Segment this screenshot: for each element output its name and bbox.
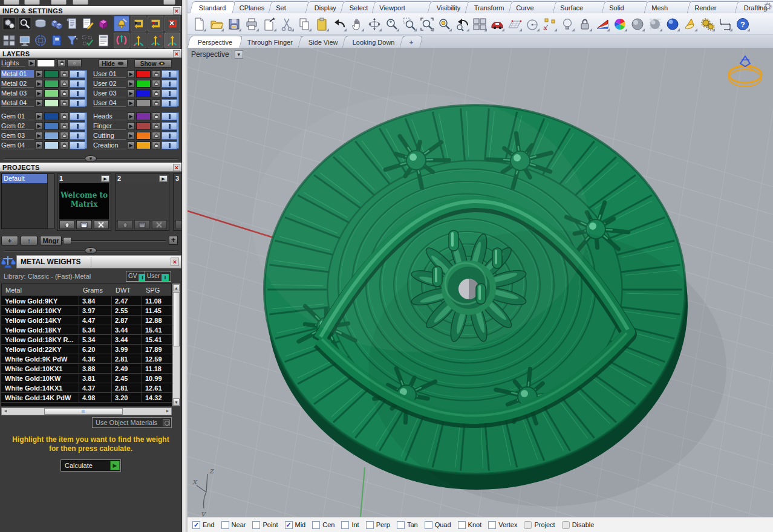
viewport-layout-icon[interactable]: [471, 15, 488, 33]
scrollbar-thumb[interactable]: [173, 292, 180, 346]
material-wedge-icon[interactable]: [593, 15, 611, 33]
menu-tab-curve-tools[interactable]: Curve Tools: [508, 1, 558, 13]
checkbox[interactable]: [488, 521, 496, 529]
clipped-button[interactable]: [24, 0, 40, 5]
layer-current-button[interactable]: [161, 70, 177, 78]
layer-expand-icon[interactable]: ▶: [127, 141, 135, 149]
overflow-chevron-icon[interactable]: »: [758, 3, 762, 10]
close-icon[interactable]: ×: [173, 7, 180, 15]
layer-expand-icon[interactable]: ▶: [127, 80, 135, 88]
layer-name[interactable]: Metal 03: [1, 89, 34, 97]
menu-tab-standard[interactable]: Standard: [190, 1, 236, 13]
layer-expand-icon[interactable]: ▶: [35, 141, 43, 149]
layer-color-swatch[interactable]: [136, 132, 151, 140]
lock-icon[interactable]: [60, 132, 68, 140]
slot-save-icon[interactable]: [76, 220, 91, 229]
layer-name[interactable]: Finger: [93, 122, 126, 130]
color-wheel-icon[interactable]: [611, 15, 628, 33]
layer-name[interactable]: Gem 03: [1, 132, 34, 140]
layer-color-swatch[interactable]: [44, 141, 59, 149]
options-gears-icon[interactable]: [1, 16, 17, 31]
layer-expand-icon[interactable]: ▶: [127, 99, 135, 107]
calculate-button[interactable]: Calculate ▶: [60, 459, 121, 472]
table-row[interactable]: Yellow Gold:18KY R... 5.34 3.44 15.41: [1, 335, 172, 345]
layer-current-button[interactable]: [161, 80, 177, 88]
zoom-selected-icon[interactable]: [435, 15, 453, 33]
slot-thumbnail[interactable]: Welcome toMatrix: [59, 183, 109, 219]
lock-icon[interactable]: [60, 99, 68, 107]
lock-icon[interactable]: [60, 80, 68, 88]
save-icon[interactable]: [225, 15, 243, 33]
viewport-tab-perspective[interactable]: Perspective: [188, 36, 243, 48]
lock-icon[interactable]: [152, 112, 160, 120]
viewport-tab-through-finger[interactable]: Through Finger: [237, 36, 304, 48]
gumball-teal-icon[interactable]: [131, 33, 146, 48]
viewport-name[interactable]: Perspective: [191, 50, 229, 59]
collapse-arrow-icon[interactable]: ▼: [85, 247, 97, 254]
table-row[interactable]: Yellow Gold:22KY 6.20 3.99 17.89: [1, 345, 172, 354]
menu-tab-solid-tools[interactable]: Solid Tools: [602, 1, 649, 13]
clipped-button[interactable]: [51, 0, 67, 5]
layer-expand-icon[interactable]: ▶: [35, 132, 43, 140]
layer-current-button[interactable]: [70, 132, 85, 140]
wire-sphere-icon[interactable]: [33, 33, 48, 48]
layer-expand-icon[interactable]: ▶: [127, 122, 135, 130]
layer-current-button[interactable]: [70, 141, 85, 149]
project-slot[interactable]: 2 ▶: [115, 174, 169, 231]
layer-name[interactable]: User 03: [93, 89, 126, 97]
table-row[interactable]: White Gold:10KW 3.81 2.45 10.99: [1, 374, 172, 383]
use-object-materials-button[interactable]: Use Object Materials: [92, 417, 172, 428]
table-rows[interactable]: Yellow Gold:9KY 3.84 2.47 11.08 Yellow G…: [1, 296, 172, 406]
layer-expand-icon[interactable]: ▶: [35, 112, 43, 120]
lock-icon[interactable]: [576, 15, 593, 33]
layer-expand-icon[interactable]: ▶: [35, 70, 43, 78]
paste-icon[interactable]: [313, 15, 330, 33]
layer-name[interactable]: Creation: [93, 141, 126, 149]
cplane-grid-icon[interactable]: [506, 15, 523, 33]
car-walkabout-icon[interactable]: [488, 15, 506, 33]
circle-radius-icon[interactable]: [523, 15, 541, 33]
slot-load-icon[interactable]: [59, 220, 74, 229]
print-icon[interactable]: [243, 15, 260, 33]
load-project-button[interactable]: ↑: [21, 236, 38, 245]
checkbox[interactable]: [221, 521, 229, 529]
hide-button[interactable]: Hide: [99, 59, 128, 68]
layer-current-button[interactable]: [161, 89, 177, 97]
user-toggle[interactable]: UserI: [145, 271, 171, 282]
clipped-button[interactable]: [73, 0, 88, 5]
loop-record-icon[interactable]: [148, 16, 163, 31]
layer-current-button[interactable]: [70, 89, 85, 97]
layer-name[interactable]: Lights: [1, 59, 25, 67]
script-scroll-icon[interactable]: [64, 16, 80, 31]
layer-name[interactable]: Metal 01: [1, 70, 34, 78]
layer-expand-icon[interactable]: ▶: [35, 89, 43, 97]
checkbox[interactable]: ✓: [285, 521, 293, 529]
layer-name[interactable]: User 04: [93, 99, 126, 107]
checkbox[interactable]: [312, 521, 320, 529]
gear-icon[interactable]: [764, 2, 772, 10]
layer-color-swatch[interactable]: [136, 141, 151, 149]
loop-play-icon[interactable]: [131, 16, 146, 31]
lock-icon[interactable]: [60, 122, 68, 130]
table-column-header[interactable]: Metal: [5, 287, 22, 294]
menu-tab-mesh-tools[interactable]: Mesh Tools: [644, 1, 692, 13]
rotate-view-icon[interactable]: [365, 15, 383, 33]
layer-color-swatch[interactable]: [44, 132, 59, 140]
gumball-pink-icon[interactable]: [114, 33, 129, 48]
filter-funnel-icon[interactable]: [64, 33, 80, 48]
table-row[interactable]: White Gold:14KX1 4.37 2.81 12.61: [1, 383, 172, 393]
binder-book-icon[interactable]: [48, 33, 64, 48]
checkbox[interactable]: [341, 521, 349, 529]
help-icon[interactable]: ?: [734, 15, 751, 33]
menu-tab-set-view[interactable]: Set View: [269, 1, 310, 13]
menu-tab-visibility[interactable]: Visibility: [428, 1, 471, 13]
monitor-icon[interactable]: [17, 33, 33, 48]
undo-icon[interactable]: [330, 15, 348, 33]
project-slider[interactable]: [62, 240, 166, 242]
table-vertical-scrollbar[interactable]: ▲ ▼: [172, 284, 180, 406]
export-page-icon[interactable]: [260, 15, 278, 33]
pan-icon[interactable]: [348, 15, 365, 33]
points-layout-icon[interactable]: [541, 15, 558, 33]
layer-expand-icon[interactable]: ▶: [127, 112, 135, 120]
menu-tab-render-tools[interactable]: Render Tools: [687, 1, 740, 13]
